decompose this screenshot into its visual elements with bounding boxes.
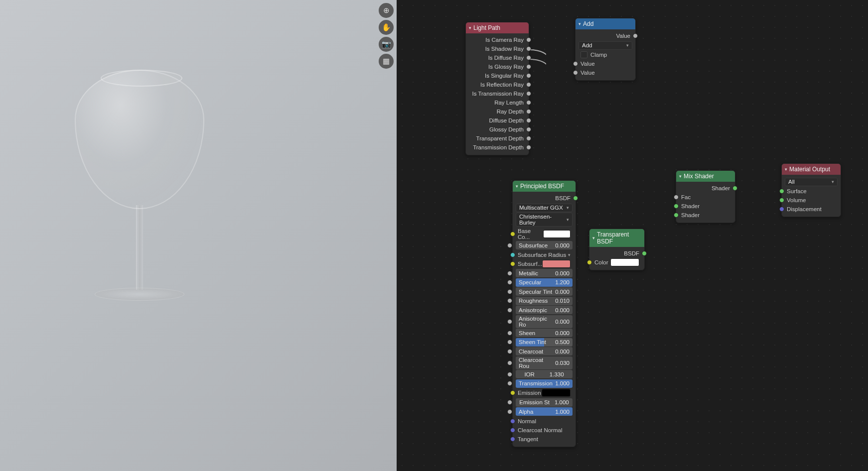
viewport-toolbar: ⊕ ✋ 📷 ▦	[379, 3, 394, 69]
node-title: Add	[583, 20, 593, 27]
chevron-down-icon: ▾	[785, 167, 787, 172]
grid-icon[interactable]: ▦	[379, 54, 394, 69]
prop-roughness[interactable]: Roughness0.010	[516, 297, 573, 305]
prop-emission-strength[interactable]: Emission St1.000	[516, 398, 573, 407]
prop-transmission[interactable]: Transmission1.000	[516, 379, 573, 388]
prop-specular-tint[interactable]: Specular Tint0.000	[516, 287, 573, 296]
node-header-add[interactable]: ▾ Add	[576, 18, 635, 29]
prop-anisotropic-rotation[interactable]: Anisotropic Ro0.000	[516, 315, 573, 328]
prop-clearcoat-roughness[interactable]: Clearcoat Rou0.030	[516, 356, 573, 369]
operation-select[interactable]: Add▾	[579, 41, 632, 50]
input-volume[interactable]: Volume	[785, 196, 838, 205]
output-bsdf[interactable]: BSDF	[516, 194, 573, 203]
base-color-row[interactable]: Base Co...	[516, 228, 573, 240]
prop-ior[interactable]: IOR1.330	[516, 370, 573, 378]
input-color[interactable]: Color	[592, 258, 641, 267]
output-is-singular-ray[interactable]: Is Singular Ray	[469, 71, 526, 80]
input-shader-2[interactable]: Shader	[679, 211, 732, 220]
node-header-transparent[interactable]: ▾ Transparent BSDF	[589, 229, 644, 247]
camera-icon[interactable]: 📷	[379, 37, 394, 52]
prop-anisotropic[interactable]: Anisotropic0.000	[516, 306, 573, 314]
input-surface[interactable]: Surface	[785, 187, 838, 196]
output-is-reflection-ray[interactable]: Is Reflection Ray	[469, 80, 526, 89]
input-fac[interactable]: Fac	[679, 193, 732, 202]
target-select[interactable]: All▾	[785, 178, 838, 186]
prop-clearcoat[interactable]: Clearcoat0.000	[516, 347, 573, 355]
node-title: Principled BSDF	[520, 183, 564, 190]
output-bsdf[interactable]: BSDF	[592, 249, 641, 258]
input-normal[interactable]: Normal	[516, 417, 573, 426]
node-mix-shader[interactable]: ▾ Mix Shader Shader Fac Shader Shader	[676, 170, 735, 223]
node-transparent-bsdf[interactable]: ▾ Transparent BSDF BSDF Color	[589, 229, 645, 270]
node-title: Material Output	[789, 166, 830, 173]
output-is-transmission-ray[interactable]: Is Transmission Ray	[469, 89, 526, 98]
node-header-light-path[interactable]: ▾ Light Path	[466, 22, 529, 33]
emission-swatch[interactable]	[542, 389, 571, 397]
subsurface-radius-row[interactable]: Subsurface Radius ▾	[516, 250, 573, 259]
input-displacement[interactable]: Displacement	[785, 205, 838, 214]
chevron-down-icon: ▾	[579, 21, 581, 26]
output-ray-depth[interactable]: Ray Depth	[469, 107, 526, 116]
prop-sheen-tint[interactable]: Sheen Tint0.500	[516, 338, 573, 347]
node-title: Transparent BSDF	[597, 231, 640, 245]
prop-metallic[interactable]: Metallic0.000	[516, 269, 573, 277]
prop-specular[interactable]: Specular1.200	[516, 278, 573, 287]
zoom-icon[interactable]: ⊕	[379, 3, 394, 18]
input-value-2[interactable]: Value	[579, 68, 632, 77]
output-is-diffuse-ray[interactable]: Is Diffuse Ray	[469, 53, 526, 62]
node-title: Light Path	[473, 24, 500, 31]
output-diffuse-depth[interactable]: Diffuse Depth	[469, 116, 526, 125]
base-color-swatch[interactable]	[543, 230, 571, 238]
prop-sheen[interactable]: Sheen0.000	[516, 329, 573, 337]
input-tangent[interactable]: Tangent	[516, 435, 573, 444]
output-glossy-depth[interactable]: Glossy Depth	[469, 125, 526, 134]
input-shader-1[interactable]: Shader	[679, 202, 732, 211]
output-is-glossy-ray[interactable]: Is Glossy Ray	[469, 62, 526, 71]
node-header-mix-shader[interactable]: ▾ Mix Shader	[676, 171, 735, 182]
subsurf-color-swatch[interactable]	[542, 260, 571, 268]
subsurface-method-select[interactable]: Christensen-Burley▾	[516, 213, 573, 227]
input-clearcoat-normal[interactable]: Clearcoat Normal	[516, 426, 573, 435]
chevron-down-icon: ▾	[626, 43, 629, 48]
prop-alpha[interactable]: Alpha1.000	[516, 407, 573, 416]
node-header-material-output[interactable]: ▾ Material Output	[782, 164, 841, 175]
node-principled-bsdf[interactable]: ▾ Principled BSDF BSDF Multiscatter GGX▾…	[512, 180, 576, 447]
node-material-output[interactable]: ▾ Material Output All▾ Surface Volume Di…	[781, 163, 841, 217]
output-is-shadow-ray[interactable]: Is Shadow Ray	[469, 44, 526, 53]
node-editor[interactable]: ▾ Light Path Is Camera Ray Is Shadow Ray…	[397, 0, 868, 471]
node-light-path[interactable]: ▾ Light Path Is Camera Ray Is Shadow Ray…	[465, 22, 529, 155]
output-is-camera-ray[interactable]: Is Camera Ray	[469, 35, 526, 44]
output-ray-length[interactable]: Ray Length	[469, 98, 526, 107]
clamp-checkbox[interactable]: Clamp	[579, 50, 632, 59]
output-shader[interactable]: Shader	[679, 184, 732, 193]
transparent-color-swatch[interactable]	[610, 258, 639, 266]
node-title: Mix Shader	[684, 173, 714, 180]
node-math-add[interactable]: ▾ Add Value Add▾ Clamp Value Value	[575, 18, 636, 81]
chevron-down-icon: ▾	[516, 184, 518, 189]
render-preview-glass	[70, 70, 209, 329]
render-viewport[interactable]: ⊕ ✋ 📷 ▦	[0, 0, 397, 471]
hand-icon[interactable]: ✋	[379, 20, 394, 35]
output-value[interactable]: Value	[579, 31, 632, 40]
input-value-1[interactable]: Value	[579, 59, 632, 68]
chevron-down-icon: ▾	[679, 174, 682, 179]
chevron-down-icon: ▾	[469, 25, 471, 30]
node-header-principled[interactable]: ▾ Principled BSDF	[513, 181, 576, 192]
subsurface-color-row[interactable]: Subsurf...	[516, 259, 573, 268]
emission-row[interactable]: Emission	[516, 388, 573, 397]
chevron-down-icon: ▾	[592, 236, 595, 240]
output-transmission-depth[interactable]: Transmission Depth	[469, 143, 526, 152]
output-transparent-depth[interactable]: Transparent Depth	[469, 134, 526, 143]
distribution-select[interactable]: Multiscatter GGX▾	[516, 204, 573, 212]
prop-subsurface[interactable]: Subsurface0.000	[516, 241, 573, 249]
